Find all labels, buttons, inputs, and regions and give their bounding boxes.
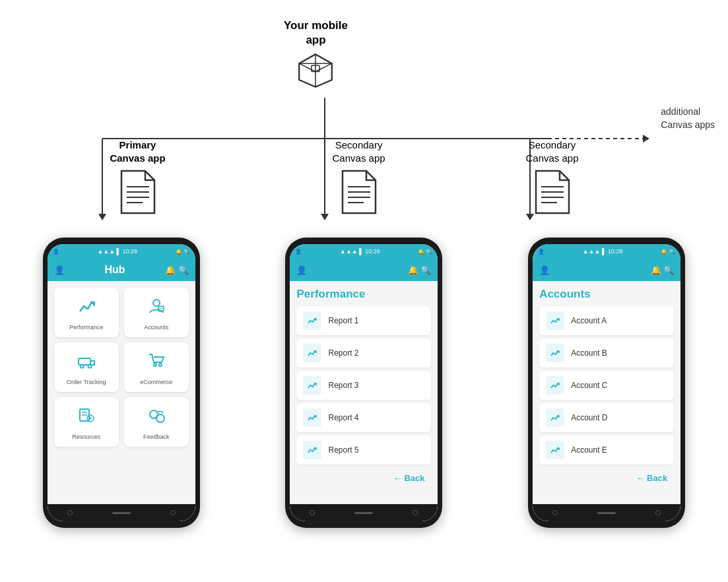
- order-tracking-icon: [77, 352, 96, 375]
- phone3-nav: 👤 🔔 🔍: [533, 259, 680, 281]
- report1-text: Report 1: [328, 316, 358, 325]
- svg-point-31: [88, 365, 91, 368]
- secondary1-canvas-node: SecondaryCanvas app: [333, 139, 385, 216]
- phone1-nav-left: 👤: [54, 265, 65, 275]
- phone3-user-icon: 👤: [538, 249, 545, 255]
- feedback-icon: [147, 406, 166, 430]
- svg-point-33: [159, 364, 162, 366]
- list-item-report2[interactable]: Report 2: [296, 339, 431, 368]
- list-item-accountB[interactable]: Account B: [539, 339, 674, 368]
- phone2-back-button[interactable]: ← Back: [296, 468, 431, 483]
- phone1-bottom: [48, 504, 195, 521]
- mobile-app-node: Your mobileapp: [284, 18, 348, 91]
- hub-tile-feedback[interactable]: Feedback: [124, 397, 189, 447]
- hub-tile-accounts-label: Accounts: [144, 324, 168, 331]
- phone3-icons: 🔔 🔍: [661, 249, 675, 255]
- hub-grid: Performance Accounts Order: [48, 281, 195, 453]
- phone1-status-bar: 👤 ▲▲▲ ▌ 10:28 🔔 🔍: [48, 244, 195, 259]
- list-item-accountE[interactable]: Account E: [539, 436, 674, 465]
- phone1-home-btn: [112, 512, 131, 514]
- phones-row: 👤 ▲▲▲ ▌ 10:28 🔔 🔍 👤 Hub 🔔 🔍: [0, 238, 728, 528]
- phone1-nav-title: Hub: [104, 264, 125, 276]
- secondary2-doc-icon: [533, 168, 572, 216]
- phone3-home-btn: [597, 512, 616, 514]
- box-icon: [295, 50, 336, 91]
- performance-title: Performance: [296, 288, 431, 301]
- list-item-accountC[interactable]: Account C: [539, 371, 674, 400]
- phone2-back-btn: [310, 510, 315, 515]
- accountE-icon: [546, 441, 564, 459]
- svg-point-26: [153, 300, 160, 306]
- hub-tile-performance[interactable]: Performance: [54, 288, 119, 337]
- list-item-report1[interactable]: Report 1: [296, 306, 431, 335]
- hub-tile-feedback-label: Feedback: [143, 434, 170, 440]
- phone2-user-icon: 👤: [295, 249, 302, 255]
- hub-tile-resources[interactable]: Resources: [54, 397, 119, 447]
- performance-icon: [77, 297, 96, 320]
- phone-accounts: 👤 ▲▲▲ ▌ 10:28 🔔 🔍 👤 🔔 🔍 Accounts Account…: [528, 238, 685, 528]
- secondary2-canvas-node: SecondaryCanvas app: [525, 139, 578, 216]
- resources-icon: [77, 406, 96, 430]
- accountB-icon: [546, 344, 564, 362]
- phone2-status-bar: 👤 ▲▲▲ ▌ 10:28 🔔 🔍: [290, 244, 438, 259]
- phone2-recent-btn: [413, 510, 418, 515]
- phone3-content: Accounts Account A Account B Account C: [533, 281, 680, 504]
- phone2-nav-left: 👤: [296, 265, 307, 275]
- accounts-list: Accounts Account A Account B Account C: [533, 281, 680, 483]
- list-item-report4[interactable]: Report 4: [296, 403, 431, 432]
- svg-point-41: [156, 414, 164, 422]
- doc-row: PrimaryCanvas app SecondaryCanvas app: [0, 139, 728, 216]
- hub-tile-accounts[interactable]: Accounts: [124, 288, 189, 337]
- report2-icon: [303, 344, 321, 362]
- diagram: Your mobileapp additionalCanvas apps Pri…: [0, 0, 728, 582]
- phone2-nav-icons: 🔔 🔍: [408, 265, 432, 275]
- accountA-text: Account A: [571, 316, 607, 325]
- phone1-signal: ▲▲▲ ▌ 10:28: [97, 248, 137, 255]
- phone2-signal: ▲▲▲ ▌ 10:28: [340, 248, 380, 255]
- report3-text: Report 3: [328, 381, 358, 390]
- svg-point-30: [80, 365, 83, 368]
- phone3-nav-icons: 🔔 🔍: [651, 265, 675, 275]
- accounts-title: Accounts: [539, 288, 674, 301]
- hub-tile-order-tracking-label: Order Tracking: [67, 379, 106, 385]
- phone3-back-button[interactable]: ← Back: [539, 468, 674, 483]
- hub-tile-order-tracking[interactable]: Order Tracking: [54, 342, 119, 392]
- phone2-home-btn: [354, 512, 373, 514]
- primary-doc-icon: [119, 168, 157, 216]
- secondary1-doc-icon: [340, 168, 378, 216]
- phone1-recent-btn: [170, 510, 176, 515]
- phone1-icons: 🔔 🔍: [176, 249, 190, 255]
- accountE-text: Account E: [571, 445, 607, 455]
- phone3-signal: ▲▲▲ ▌ 10:28: [583, 248, 623, 255]
- list-item-report3[interactable]: Report 3: [296, 371, 431, 400]
- performance-list: Performance Report 1 Report 2 Report 3: [290, 281, 438, 483]
- phone2-nav: 👤 🔔 🔍: [290, 259, 438, 281]
- svg-rect-29: [79, 358, 90, 365]
- report1-icon: [303, 311, 321, 330]
- phone3-recent-btn: [655, 510, 661, 515]
- phone3-nav-left: 👤: [539, 265, 550, 275]
- primary-canvas-node: PrimaryCanvas app: [110, 139, 165, 216]
- accountA-icon: [546, 311, 564, 330]
- accountC-icon: [546, 376, 564, 395]
- phone2-bottom: [290, 504, 438, 521]
- additional-label: additionalCanvas apps: [661, 106, 715, 131]
- ecommerce-icon: [147, 352, 166, 375]
- report5-icon: [303, 441, 321, 459]
- list-item-accountD[interactable]: Account D: [539, 403, 674, 432]
- phone1-content: Performance Accounts Order: [48, 281, 195, 504]
- phone1-nav: 👤 Hub 🔔 🔍: [48, 259, 195, 281]
- list-item-report5[interactable]: Report 5: [296, 436, 431, 465]
- accountD-icon: [546, 408, 564, 427]
- primary-label: PrimaryCanvas app: [110, 139, 165, 164]
- hub-tile-resources-label: Resources: [72, 434, 100, 440]
- phone1-user-icon: 👤: [53, 249, 59, 255]
- report5-text: Report 5: [328, 445, 358, 455]
- phone3-bottom: [533, 504, 680, 521]
- hub-tile-ecommerce[interactable]: eCommerce: [124, 342, 189, 392]
- accounts-icon: [147, 297, 166, 320]
- report2-text: Report 2: [328, 348, 358, 358]
- list-item-accountA[interactable]: Account A: [539, 306, 674, 335]
- svg-point-32: [154, 364, 156, 366]
- phone-performance: 👤 ▲▲▲ ▌ 10:28 🔔 🔍 👤 🔔 🔍 Performance Repo…: [285, 238, 442, 528]
